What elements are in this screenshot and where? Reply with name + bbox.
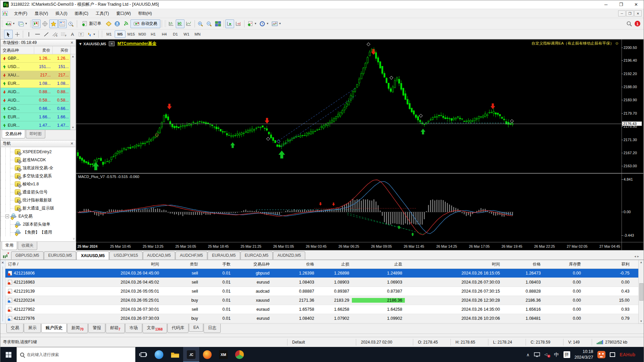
menu-help[interactable]: 帮助(H) bbox=[135, 9, 156, 18]
strategy-tester-button[interactable] bbox=[67, 19, 75, 28]
navigator-toggle[interactable] bbox=[49, 19, 58, 28]
market-watch-row[interactable]: EUR...1.66...1.66... bbox=[1, 113, 75, 121]
timeframe-m5[interactable]: M5 bbox=[115, 31, 125, 38]
menu-file[interactable]: 文件(F) bbox=[10, 9, 31, 18]
navigator-ea-item[interactable]: 【免费】【通用 bbox=[1, 228, 75, 236]
taskbar-app-firefox[interactable] bbox=[199, 347, 215, 362]
time-axis[interactable]: 25 Mar 202425 Mar 10:4525 Mar 13:2525 Ma… bbox=[76, 242, 643, 250]
timeframe-m1[interactable]: M1 bbox=[104, 31, 114, 38]
toolbar-grip[interactable] bbox=[1, 31, 3, 38]
taskbar-search[interactable]: 在此键入进行搜索 bbox=[16, 347, 136, 362]
trendline[interactable] bbox=[278, 88, 355, 141]
equidistant-channel-tool[interactable]: E bbox=[51, 30, 59, 39]
column-sell[interactable]: 卖价 bbox=[34, 46, 53, 54]
column-header[interactable]: 获利 bbox=[584, 261, 632, 267]
tab-tick-chart[interactable]: 即时图 bbox=[26, 130, 45, 138]
column-header[interactable]: 订单 / bbox=[5, 261, 90, 267]
terminal-tab-账户历史[interactable]: 账户历史 bbox=[41, 324, 67, 333]
order-row[interactable]: 4212202242024.03.26 05:25:01buy0.01xauus… bbox=[5, 296, 644, 305]
navigator-ea-item[interactable]: 2版本箭头做单 bbox=[1, 220, 75, 228]
horizontal-line-tool[interactable] bbox=[33, 30, 42, 39]
order-row[interactable]: 4212279762024.03.26 07:30:03buy0.01eurus… bbox=[5, 314, 644, 323]
taskbar-app-explorer[interactable] bbox=[167, 347, 183, 362]
column-header[interactable]: 时间 bbox=[405, 261, 502, 267]
child-close-button[interactable]: ✕ bbox=[634, 10, 642, 16]
market-watch-row[interactable]: USD...151....151... bbox=[1, 63, 75, 71]
fibonacci-tool[interactable]: F bbox=[59, 30, 68, 39]
autotrading-button[interactable]: 自动交易 bbox=[130, 19, 160, 28]
vertical-line-tool[interactable] bbox=[24, 30, 33, 39]
chart-tab-usdjpy-m15[interactable]: USDJPY,M15 bbox=[109, 251, 142, 259]
toolbar-grip[interactable] bbox=[1, 20, 3, 27]
text-tool[interactable]: A bbox=[68, 30, 77, 39]
navigator-scroll-down-icon[interactable]: ˅ bbox=[73, 237, 75, 241]
tab-symbols[interactable]: 交易品种 bbox=[2, 130, 25, 138]
trendline[interactable] bbox=[280, 96, 356, 147]
terminal-tab-新闻[interactable]: 新闻70 bbox=[67, 324, 88, 333]
collapse-icon[interactable] bbox=[5, 215, 9, 218]
profiles-button[interactable]: ▼ bbox=[16, 19, 29, 28]
macd-axis[interactable]: 4.8410.00-3.443 bbox=[622, 174, 643, 242]
navigator-ea-group[interactable]: EA交易 bbox=[1, 212, 75, 220]
new-order-button[interactable]: 新订单 bbox=[78, 19, 104, 28]
order-row[interactable]: 4212191392024.03.26 05:05:01sell0.01audc… bbox=[5, 287, 644, 296]
periods-button[interactable]: ▼ bbox=[258, 19, 270, 28]
market-watch-row[interactable]: CAD...0.66...0.66... bbox=[1, 105, 75, 113]
mtcommander-button[interactable]: MTCommander基金 bbox=[117, 41, 156, 47]
taskbar-app-mt4[interactable]: .IC bbox=[183, 347, 199, 362]
notification-badge[interactable]: 1 bbox=[635, 21, 640, 26]
templates-button[interactable]: ▼ bbox=[270, 19, 283, 28]
metaeditor-button[interactable] bbox=[104, 19, 113, 28]
terminal-tab-EA[interactable]: EA bbox=[189, 324, 203, 332]
chart-tab-gbpusd-m5[interactable]: GBPUSD,M5 bbox=[11, 251, 44, 259]
market-watch-row[interactable]: GBP...1.26...1.26... bbox=[1, 54, 75, 63]
timeframe-w1[interactable]: W1 bbox=[181, 31, 192, 38]
market-watch-row[interactable]: EUR...1.47...1.47... bbox=[1, 121, 75, 130]
start-button[interactable] bbox=[0, 347, 16, 362]
hidden-icons-chevron[interactable]: ∧ bbox=[526, 352, 530, 357]
chart-tab-scroll-icons[interactable]: ◂▸ bbox=[634, 254, 640, 258]
data-window-button[interactable] bbox=[41, 19, 49, 28]
text-label-tool[interactable]: T bbox=[77, 30, 86, 39]
toolbar-grip[interactable] bbox=[101, 31, 103, 38]
crosshair-tool[interactable] bbox=[13, 30, 21, 39]
volume-muted-icon[interactable]: ✕ bbox=[544, 352, 550, 357]
status-profile[interactable]: Default bbox=[287, 339, 356, 346]
column-header[interactable]: 止损 bbox=[317, 261, 352, 267]
order-row[interactable]: 4212169632024.03.26 04:45:02sell0.01euru… bbox=[5, 278, 644, 287]
indicators-button[interactable]: ▼ bbox=[246, 19, 258, 28]
terminal-tab-展示[interactable]: 展示 bbox=[24, 324, 41, 333]
taskbar-app-xm[interactable]: XM bbox=[215, 347, 231, 362]
price-chart[interactable]: ▼ XAUUSD,M5 + MTCommander基金 自定义指标调用EA（有止… bbox=[76, 40, 622, 173]
column-header[interactable]: 库存费 bbox=[543, 261, 584, 267]
column-header[interactable]: 时间 bbox=[90, 261, 162, 267]
taskbar-app-browser[interactable] bbox=[231, 347, 248, 362]
terminal-tab-市场[interactable]: 市场 bbox=[125, 324, 142, 333]
toolbar-grip[interactable] bbox=[164, 20, 166, 27]
child-restore-button[interactable]: ❐ bbox=[626, 10, 634, 16]
navigator-header[interactable]: 导航 ✕ bbox=[0, 140, 76, 147]
navigator-indicator[interactable]: f新大通道_提示版 bbox=[1, 204, 75, 212]
menu-charts[interactable]: 图表(C) bbox=[71, 9, 92, 18]
taskbar-app-edge[interactable] bbox=[151, 347, 167, 362]
column-header[interactable]: 价格 bbox=[272, 261, 317, 267]
display-icon[interactable] bbox=[534, 352, 540, 357]
navigator-indicator[interactable]: f通道箭头信号 bbox=[1, 188, 75, 196]
terminal-tab-邮箱[interactable]: 邮箱7 bbox=[106, 324, 125, 333]
column-header[interactable]: 价格 bbox=[502, 261, 543, 267]
zoom-out-button[interactable] bbox=[205, 19, 214, 28]
navigator-close-icon[interactable]: ✕ bbox=[70, 141, 73, 146]
chart-list-icon[interactable] bbox=[2, 252, 10, 259]
chart-tab-audnzd-m5[interactable]: AUDNZD,M5 bbox=[273, 251, 305, 259]
column-symbol[interactable]: 交易品种 bbox=[1, 46, 34, 54]
tab-favorites[interactable]: 收藏夹 bbox=[18, 242, 37, 250]
task-view-button[interactable] bbox=[136, 347, 151, 362]
navigator-indicator[interactable]: f统计指标最新版 bbox=[1, 196, 75, 204]
terminal-tab-代码库[interactable]: 代码库 bbox=[167, 324, 189, 333]
ime-mode-icon[interactable]: 拼 bbox=[564, 351, 570, 358]
trendline-tool[interactable] bbox=[42, 30, 51, 39]
terminal-tab-日志[interactable]: 日志 bbox=[204, 324, 221, 333]
cursor-tool[interactable] bbox=[4, 30, 13, 39]
bar-chart-button[interactable] bbox=[167, 19, 176, 28]
price-axis[interactable]: 2200.502196.402192.202188.002183.902179.… bbox=[622, 40, 643, 173]
